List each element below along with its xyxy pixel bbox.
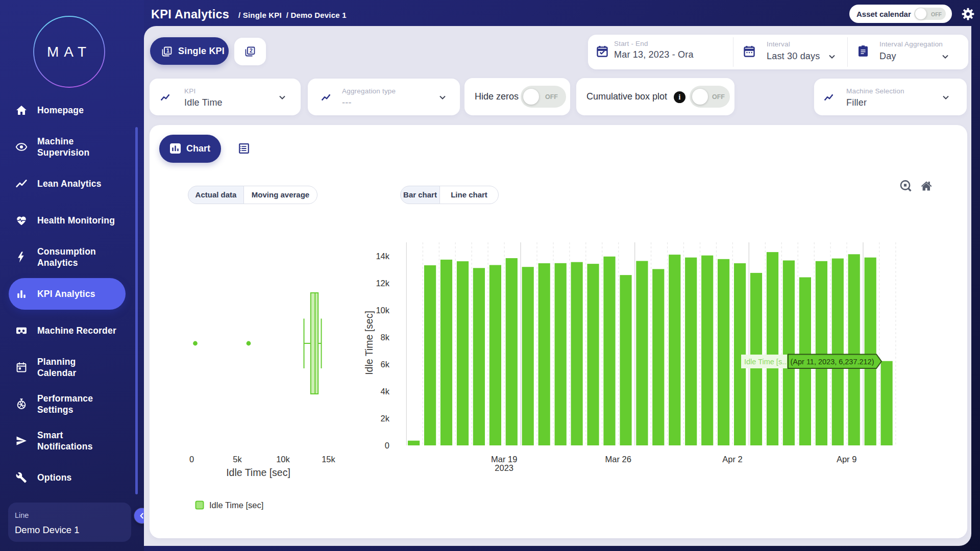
svg-text:6k: 6k [381,360,390,369]
svg-text:(Apr 11, 2023, 6,237.212): (Apr 11, 2023, 6,237.212) [791,358,874,366]
svg-text:Idle Time [sec]: Idle Time [sec] [363,311,375,375]
svg-text:Apr 2: Apr 2 [722,455,742,464]
svg-text:MAT: MAT [47,44,91,60]
svg-text:4k: 4k [381,387,390,396]
svg-text:2: 2 [250,47,253,54]
svg-text:0: 0 [189,455,194,464]
svg-text:10k: 10k [376,306,389,315]
svg-text:5k: 5k [233,455,242,464]
svg-text:0: 0 [385,441,389,450]
svg-text:Idle Time [sec]: Idle Time [sec] [226,467,290,478]
svg-text:10k: 10k [276,455,290,464]
svg-text:Apr 9: Apr 9 [837,455,856,464]
svg-text:1: 1 [166,47,169,54]
svg-text:2023: 2023 [495,463,513,472]
svg-text:Mar 26: Mar 26 [605,455,631,464]
svg-text:Idle Time [s...: Idle Time [s... [744,358,788,366]
svg-text:14k: 14k [376,252,389,261]
svg-text:2k: 2k [381,414,390,423]
svg-text:Mar 19: Mar 19 [491,455,517,464]
svg-text:15k: 15k [322,455,335,464]
svg-text:8k: 8k [381,333,390,342]
svg-text:12k: 12k [376,279,389,288]
svg-text:Idle Time [sec]: Idle Time [sec] [209,500,263,510]
